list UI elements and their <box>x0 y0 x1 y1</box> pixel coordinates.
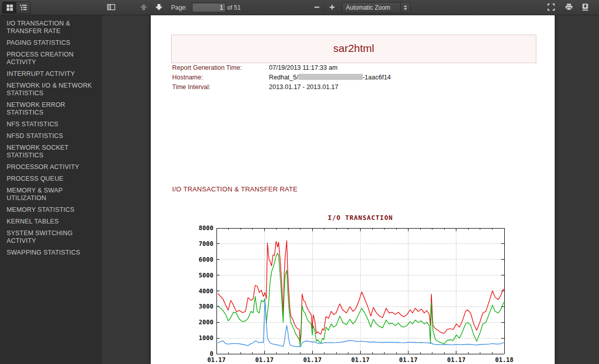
report-title-box: sar2html <box>171 35 536 63</box>
outline-item[interactable]: PROCESS CREATION ACTIVITY <box>0 49 102 68</box>
print-icon <box>565 3 573 11</box>
zoom-in-button[interactable] <box>326 2 338 13</box>
outline-item[interactable]: PROCESSOR ACTIVITY <box>0 161 102 173</box>
meta-value-prefix: Redhat_5/ <box>269 74 298 81</box>
outline-item[interactable]: PAGING STATISTICS <box>0 37 102 49</box>
meta-value: 07/19/2013 11:17:33 am <box>269 64 338 71</box>
sidebar-toolbar <box>0 0 102 15</box>
svg-text:7000: 7000 <box>199 240 213 247</box>
document-outline: I/O TRANSACTION & TRANSFER RATEPAGING ST… <box>0 15 102 364</box>
outline-item[interactable]: INTERRUPT ACTIVITY <box>0 68 102 80</box>
download-icon <box>581 3 589 11</box>
page-down-icon <box>155 3 163 11</box>
presentation-mode-button[interactable] <box>545 2 557 13</box>
svg-text:6000: 6000 <box>199 256 213 263</box>
page-up-icon <box>140 3 148 11</box>
outline-item[interactable]: NETWORK ERROR STATISTICS <box>0 99 102 119</box>
svg-text:01.17: 01.17 <box>303 356 321 363</box>
thumbnails-icon <box>6 4 14 12</box>
outline-item[interactable]: SWAPPING STATISTICS <box>0 247 102 259</box>
zoom-out-button[interactable] <box>311 2 323 13</box>
toolbar-separator <box>324 4 324 11</box>
zoom-select-value: Automatic Zoom <box>342 4 400 11</box>
outline-item[interactable]: PROCESS QUEUE <box>0 173 102 185</box>
svg-text:01.17: 01.17 <box>207 356 226 363</box>
outline-item[interactable]: MEMORY & SWAP UTILIZATION <box>0 185 102 204</box>
svg-text:4000: 4000 <box>199 288 213 295</box>
meta-row-time-interval: Time Interval:2013.01.17 - 2013.01.17 <box>172 83 338 93</box>
page-count-label: of 51 <box>227 0 241 15</box>
download-button[interactable] <box>579 2 591 13</box>
sidebar: I/O TRANSACTION & TRANSFER RATEPAGING ST… <box>0 0 102 364</box>
io-transaction-chart: 01000200030004000500060007000800001.1701… <box>197 211 523 364</box>
svg-text:01.17: 01.17 <box>447 356 466 363</box>
page-label: Page: <box>171 0 187 15</box>
redacted-hostname-block <box>298 74 363 80</box>
svg-text:2000: 2000 <box>199 319 213 326</box>
svg-text:8000: 8000 <box>199 225 213 232</box>
meta-label: Time Interval: <box>172 83 269 91</box>
pdf-viewer-area: sar2html Report Generation Time:07/19/20… <box>102 15 599 364</box>
outline-item[interactable]: KERNEL TABLES <box>0 216 102 228</box>
pdf-page: sar2html Report Generation Time:07/19/20… <box>151 15 555 364</box>
meta-row-hostname: Hostname:Redhat_5/-1aac6f14 <box>172 74 391 83</box>
select-arrows-icon <box>400 3 410 13</box>
outline-item[interactable]: SYSTEM SWITCHING ACTIVITY <box>0 228 102 247</box>
meta-label: Hostname: <box>172 74 269 81</box>
zoom-out-icon <box>313 3 321 11</box>
thumbnails-view-button[interactable] <box>3 2 16 13</box>
print-button[interactable] <box>563 2 575 13</box>
outline-item[interactable]: NFS STATISTICS <box>0 119 102 130</box>
zoom-in-icon <box>328 3 336 11</box>
svg-text:1000: 1000 <box>199 334 213 342</box>
svg-text:I/O TRANSACTION: I/O TRANSACTION <box>328 214 393 221</box>
svg-text:01.17: 01.17 <box>351 356 369 363</box>
svg-text:3000: 3000 <box>199 303 213 310</box>
page-number-input[interactable] <box>192 3 226 12</box>
svg-text:01.17: 01.17 <box>255 356 274 363</box>
meta-value-suffix: -1aac6f14 <box>363 74 391 81</box>
meta-value: 2013.01.17 - 2013.01.17 <box>269 83 338 91</box>
sidebar-toggle-icon <box>107 3 116 11</box>
toolbar: Page: of 51 Automatic Zoom <box>102 0 599 15</box>
sidebar-view-button-group <box>2 2 31 14</box>
meta-label: Report Generation Time: <box>172 64 269 71</box>
outline-item[interactable]: NETWORK SOCKET STATISTICS <box>0 142 102 161</box>
report-title: sar2html <box>172 42 536 54</box>
svg-text:01.18: 01.18 <box>495 356 513 363</box>
meta-row-generation-time: Report Generation Time:07/19/2013 11:17:… <box>172 64 338 73</box>
outline-item[interactable]: NETWORK I/O & NETWORK STATISTICS <box>0 80 102 99</box>
outline-view-button[interactable] <box>16 2 30 13</box>
next-page-button[interactable] <box>153 2 165 13</box>
sidebar-toggle-button[interactable] <box>105 2 118 13</box>
outline-item[interactable]: MEMORY STATISTICS <box>0 204 102 216</box>
outline-item[interactable]: I/O TRANSACTION & TRANSFER RATE <box>0 18 102 37</box>
svg-text:5000: 5000 <box>199 272 213 279</box>
svg-text:01.17: 01.17 <box>399 356 418 363</box>
section-heading: I/O TRANSACTION & TRANSFER RATE <box>172 185 297 193</box>
presentation-mode-icon <box>547 3 555 11</box>
previous-page-button[interactable] <box>138 2 150 13</box>
outline-item[interactable]: NFSD STATISTICS <box>0 130 102 142</box>
toolbar-separator <box>151 4 151 11</box>
outline-icon <box>19 4 28 12</box>
zoom-select[interactable]: Automatic Zoom <box>342 2 410 13</box>
